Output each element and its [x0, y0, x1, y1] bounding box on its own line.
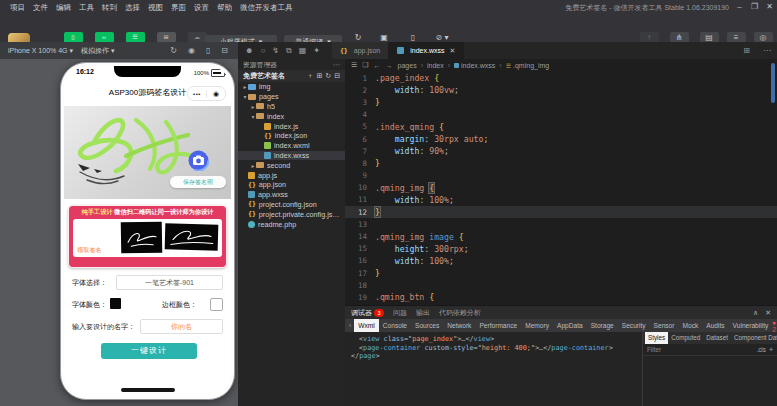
styles-tab-Dataset[interactable]: Dataset	[703, 332, 731, 344]
wxml-element-tree[interactable]: <view class="page_index">…</view><page-c…	[345, 332, 642, 406]
wxml-tree-row-0[interactable]: <view class="page_index">…</view>	[351, 335, 642, 344]
menu-item-项目[interactable]: 项目	[10, 3, 25, 13]
file-tree-item-app.json[interactable]: {}app.json	[238, 180, 345, 190]
breadcrumb-item-pages[interactable]: pages	[398, 62, 417, 69]
devtools-tab-Sensor[interactable]: Sensor	[650, 319, 679, 332]
one-click-design-button[interactable]: 一键设计	[101, 343, 197, 359]
filter-input[interactable]: Filter	[647, 346, 756, 353]
more-icon[interactable]: ⋯	[333, 61, 340, 69]
project-section-header[interactable]: 免费艺术签名 ＋⊞↻⊟	[238, 70, 345, 82]
screenshot-icon[interactable]: ◉	[188, 46, 195, 55]
wxml-tree-row-1[interactable]: <page-container custom-style="height: 40…	[351, 344, 642, 353]
devtools-tab-Vulnerability[interactable]: Vulnerability	[729, 319, 773, 332]
code-area[interactable]: 1.page_index {2 width: 100vw;3}45.index_…	[345, 72, 777, 305]
menu-item-工具[interactable]: 工具	[79, 3, 94, 13]
more-icon[interactable]: ⋯	[763, 46, 771, 55]
tab-app.json[interactable]: {}app.json	[332, 42, 389, 59]
breadcrumb-item-.qming_img[interactable]: ☰.qming_img	[506, 62, 550, 69]
file-tree-item-readme.php[interactable]: readme.php	[238, 219, 345, 229]
file-tree-item-app.wxss[interactable]: app.wxss	[238, 190, 345, 200]
devtools-tab-AppData[interactable]: AppData	[553, 319, 587, 332]
editor-scrollbar[interactable]	[771, 63, 775, 103]
layout-icon[interactable]: ▦	[299, 46, 307, 55]
panel-tab-代码依赖分析[interactable]: 代码依赖分析	[439, 308, 481, 318]
file-tree-item-project.config.json[interactable]: {}project.config.json	[238, 200, 345, 210]
name-input[interactable]: 你的名	[140, 319, 223, 334]
devtools-tab-Security[interactable]: Security	[618, 319, 650, 332]
list-icon[interactable]: ☰	[351, 61, 357, 69]
devtools-tab-Console[interactable]: Console	[379, 319, 411, 332]
menu-item-界面[interactable]: 界面	[171, 3, 186, 13]
windows-icon[interactable]: ⧉	[286, 46, 292, 56]
save-signature-button[interactable]: 保存签名照	[170, 176, 226, 188]
maximize-button[interactable]: ❐	[747, 0, 762, 15]
panel-tab-问题[interactable]: 问题	[393, 308, 407, 318]
menu-item-视图[interactable]: 视图	[148, 3, 163, 13]
styles-tab-Styles[interactable]: Styles	[645, 332, 668, 344]
file-tree-item-app.js[interactable]: app.js	[238, 170, 345, 180]
device-icon[interactable]: ▯	[206, 46, 210, 55]
menu-item-转到[interactable]: 转到	[102, 3, 117, 13]
breadcrumb-item-index[interactable]: index	[427, 62, 444, 69]
add-style-icon[interactable]: +	[769, 346, 773, 353]
wxml-tree-row-2[interactable]: </page>	[351, 352, 642, 361]
panel-tab-调试器[interactable]: 调试器3	[351, 308, 384, 318]
tab-index.wxss[interactable]: index.wxss✕	[389, 42, 464, 59]
rotate-icon[interactable]: ↻	[170, 46, 177, 55]
file-tree-item-index.json[interactable]: {}index.json	[238, 131, 345, 141]
breadcrumb-item-index.wxss[interactable]: index.wxss	[454, 62, 495, 69]
close-panel-icon[interactable]: ✕	[765, 309, 771, 317]
devtools-tab-Sources[interactable]: Sources	[411, 319, 443, 332]
promo-banner[interactable]: 纯手工设计 微信扫二维码让同一设计师为你设计 领取签名	[68, 205, 227, 268]
devtools-tab-Network[interactable]: Network	[443, 319, 475, 332]
menu-item-选择[interactable]: 选择	[125, 3, 140, 13]
home-icon[interactable]: ◉	[207, 90, 225, 98]
new-file-icon[interactable]: ＋	[306, 71, 313, 81]
border-color-swatch[interactable]	[210, 298, 223, 311]
file-tree-item-index.js[interactable]: index.js	[238, 121, 345, 131]
menu-item-帮助[interactable]: 帮助	[217, 3, 232, 13]
file-tree-item-index[interactable]: ▾index	[238, 111, 345, 121]
claim-signature-link[interactable]: 领取签名	[77, 246, 102, 255]
back-icon[interactable]: ‹	[349, 322, 351, 329]
styles-tab-Computed[interactable]: Computed	[668, 332, 703, 344]
capsule-menu[interactable]: ••• ◉	[187, 86, 226, 101]
file-tree-item-pages[interactable]: ▾pages	[238, 92, 345, 102]
font-select-input[interactable]: 一笔艺术签-901	[116, 275, 223, 290]
back-arrow-icon[interactable]: ←	[374, 62, 381, 69]
close-icon[interactable]: ✕	[449, 47, 455, 55]
file-tree-item-project.private.config.js…[interactable]: {}project.private.config.js…	[238, 209, 345, 219]
devtools-tab-Audits[interactable]: Audits	[702, 319, 728, 332]
close-button[interactable]: ✕	[762, 0, 777, 15]
simulate-ops-dropdown[interactable]: 模拟操作 ▾	[81, 46, 114, 56]
font-color-swatch[interactable]	[110, 298, 121, 309]
file-tree-item-second[interactable]: ▸second	[238, 160, 345, 170]
file-tree-item-h5[interactable]: ▸h5	[238, 102, 345, 112]
new-folder-icon[interactable]: ⊞	[316, 72, 322, 80]
split-editor-icon[interactable]: ⊞	[743, 46, 750, 55]
camera-icon[interactable]	[188, 150, 209, 171]
minimize-button[interactable]: –	[732, 0, 747, 15]
file-tree-item-img[interactable]: ▸img	[238, 82, 345, 92]
devtools-tab-Wxml[interactable]: Wxml	[354, 319, 378, 332]
collapse-panel-icon[interactable]: ∧	[753, 309, 758, 317]
lightning-icon[interactable]: ↯	[272, 46, 279, 55]
bookmark-icon[interactable]: ❏	[362, 61, 368, 69]
devtools-tab-Performance[interactable]: Performance	[475, 319, 521, 332]
menu-item-微信开发者工具[interactable]: 微信开发者工具	[240, 3, 293, 13]
collapse-icon[interactable]: ⊟	[334, 72, 340, 80]
search-icon[interactable]: ○	[260, 46, 265, 55]
file-tree-item-index.wxml[interactable]: index.wxml	[238, 141, 345, 151]
profile-icon[interactable]: ☻	[245, 46, 253, 55]
dock-icon[interactable]: ⊟	[221, 46, 228, 55]
file-tree-item-index.wxss[interactable]: index.wxss	[238, 151, 345, 161]
devtools-tab-Storage[interactable]: Storage	[587, 319, 618, 332]
panel-tab-输出[interactable]: 输出	[416, 308, 430, 318]
devtools-tab-Memory[interactable]: Memory	[521, 319, 553, 332]
forward-arrow-icon[interactable]: →	[386, 62, 393, 69]
star-icon[interactable]: ✦	[313, 46, 320, 55]
styles-tab-Component Data[interactable]: Component Data	[731, 332, 777, 344]
menu-item-编辑[interactable]: 编辑	[56, 3, 71, 13]
device-dropdown[interactable]: iPhone X 100% 4G ▾	[8, 47, 73, 55]
menu-item-文件[interactable]: 文件	[33, 3, 48, 13]
